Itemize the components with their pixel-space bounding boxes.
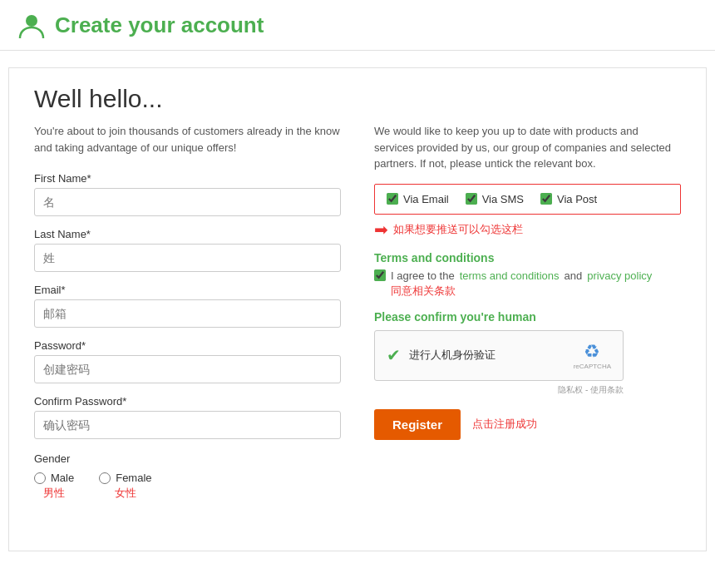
terms-link[interactable]: terms and conditions xyxy=(460,269,560,282)
captcha-section: Please confirm you're human ✔ 进行人机身份验证 ♻… xyxy=(374,310,681,396)
captcha-right: ♻ reCAPTCHA xyxy=(574,341,611,370)
via-sms-item[interactable]: Via SMS xyxy=(466,193,524,205)
email-group: Email* xyxy=(34,284,341,328)
confirm-password-group: Confirm Password* xyxy=(34,395,341,439)
user-icon xyxy=(17,10,47,40)
marketing-checkboxes: Via Email Via SMS Via Post xyxy=(374,184,681,215)
gender-label: Gender xyxy=(34,452,341,465)
recaptcha-icon: ♻ xyxy=(584,341,600,363)
gender-group: Gender Male 男性 Female 女性 xyxy=(34,452,341,501)
left-intro-text: You're about to join thousands of custom… xyxy=(34,123,341,156)
confirm-password-input[interactable] xyxy=(34,411,341,439)
captcha-box[interactable]: ✔ 进行人机身份验证 ♻ reCAPTCHA xyxy=(374,330,624,381)
register-annotation: 点击注册成功 xyxy=(472,417,537,432)
via-post-checkbox[interactable] xyxy=(540,193,552,205)
register-button[interactable]: Register xyxy=(374,409,461,440)
gender-female-chinese: 女性 xyxy=(115,486,136,501)
gender-options: Male 男性 Female 女性 xyxy=(34,472,341,501)
terms-text-before: I agree to the xyxy=(391,269,455,282)
privacy-link[interactable]: privacy policy xyxy=(587,269,652,282)
right-intro-text: We would like to keep you up to date wit… xyxy=(374,123,681,172)
confirm-password-label: Confirm Password* xyxy=(34,395,341,408)
register-row: Register 点击注册成功 xyxy=(374,409,681,440)
last-name-group: Last Name* xyxy=(34,228,341,272)
captcha-check-icon: ✔ xyxy=(387,345,401,365)
terms-title: Terms and conditions xyxy=(374,251,681,264)
gender-male-label: Male xyxy=(51,472,74,484)
via-sms-label: Via SMS xyxy=(482,193,524,205)
terms-chinese-text: 同意相关条款 xyxy=(391,284,681,299)
last-name-label: Last Name* xyxy=(34,228,341,240)
terms-section: Terms and conditions I agree to the term… xyxy=(374,251,681,299)
svg-point-0 xyxy=(26,15,37,27)
password-label: Password* xyxy=(34,339,341,352)
email-input[interactable] xyxy=(34,299,341,328)
first-name-label: First Name* xyxy=(34,172,341,185)
password-group: Password* xyxy=(34,339,341,383)
via-post-item[interactable]: Via Post xyxy=(540,193,597,205)
gender-female-option: Female 女性 xyxy=(99,472,151,501)
via-sms-checkbox[interactable] xyxy=(466,193,477,205)
captcha-title: Please confirm you're human xyxy=(374,310,681,324)
terms-row: I agree to the terms and conditions and … xyxy=(374,269,681,282)
greeting-text: Well hello... xyxy=(34,85,681,113)
terms-checkbox[interactable] xyxy=(374,269,386,281)
gender-female-radio[interactable] xyxy=(99,472,111,484)
captcha-left: ✔ 进行人机身份验证 xyxy=(387,345,496,365)
email-label: Email* xyxy=(34,284,341,296)
via-post-label: Via Post xyxy=(557,193,597,205)
right-column: We would like to keep you up to date wit… xyxy=(374,123,681,501)
page-header: Create your account xyxy=(0,0,715,51)
arrow-right-icon: ➡ xyxy=(374,220,388,240)
via-email-label: Via Email xyxy=(403,193,449,205)
gender-male-radio[interactable] xyxy=(34,472,46,484)
first-name-input[interactable] xyxy=(34,188,341,216)
captcha-footer: 隐私权 - 使用条款 xyxy=(374,384,624,396)
via-email-item[interactable]: Via Email xyxy=(387,193,449,205)
password-input[interactable] xyxy=(34,355,341,383)
terms-text-middle: and xyxy=(565,269,583,282)
arrow-annotation-text: 如果想要推送可以勾选这栏 xyxy=(393,222,523,237)
first-name-group: First Name* xyxy=(34,172,341,216)
main-container: Well hello... You're about to join thous… xyxy=(8,67,707,551)
left-column: You're about to join thousands of custom… xyxy=(34,123,341,501)
page-title: Create your account xyxy=(55,12,264,38)
two-column-layout: You're about to join thousands of custom… xyxy=(34,123,681,501)
arrow-annotation-row: ➡ 如果想要推送可以勾选这栏 xyxy=(374,220,681,240)
gender-female-label: Female xyxy=(116,472,151,484)
recaptcha-label: reCAPTCHA xyxy=(574,363,611,370)
last-name-input[interactable] xyxy=(34,244,341,272)
gender-male-chinese: 男性 xyxy=(43,486,65,501)
gender-male-option: Male 男性 xyxy=(34,472,74,501)
via-email-checkbox[interactable] xyxy=(387,193,398,205)
captcha-text: 进行人机身份验证 xyxy=(409,348,496,363)
